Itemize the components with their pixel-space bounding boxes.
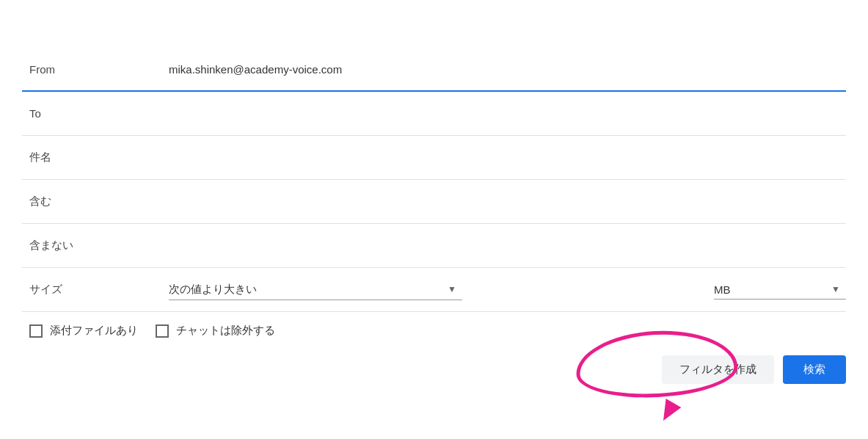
not-contains-row: 含まない (22, 224, 846, 268)
annotation-tail (656, 399, 682, 425)
to-label: To (22, 107, 169, 120)
from-input[interactable] (169, 60, 846, 79)
contains-label: 含む (22, 195, 169, 208)
from-row: From (22, 48, 846, 92)
size-comparison-dropdown[interactable]: 次の値より大きい ▼ (169, 280, 462, 300)
size-row: サイズ 次の値より大きい ▼ MB ▼ (22, 268, 846, 312)
search-filter-form: From To 件名 含む 含まない サイズ 次の値より大きい ▼ MB ▼ (0, 33, 868, 406)
chat-checkbox-item[interactable]: チャットは除外する (156, 324, 275, 338)
subject-input[interactable] (169, 148, 846, 167)
checkbox-row: 添付ファイルあり チャットは除外する (22, 312, 846, 344)
attachment-checkbox-item[interactable]: 添付ファイルあり (29, 324, 138, 338)
size-unit-arrow-icon: ▼ (831, 284, 840, 294)
to-input[interactable] (169, 104, 846, 123)
search-button[interactable]: 検索 (783, 355, 846, 384)
create-filter-button[interactable]: フィルタを作成 (662, 355, 774, 384)
contains-row: 含む (22, 180, 846, 224)
attachment-label: 添付ファイルあり (50, 324, 138, 338)
subject-row: 件名 (22, 136, 846, 180)
contains-input[interactable] (169, 192, 846, 211)
size-controls: 次の値より大きい ▼ MB ▼ (169, 280, 846, 300)
not-contains-input[interactable] (169, 236, 846, 255)
not-contains-label: 含まない (22, 239, 169, 253)
size-unit-dropdown[interactable]: MB ▼ (714, 280, 846, 300)
to-row: To (22, 92, 846, 136)
size-label: サイズ (22, 283, 169, 297)
attachment-checkbox[interactable] (29, 324, 43, 338)
chat-checkbox[interactable] (156, 324, 169, 338)
from-label: From (22, 63, 169, 76)
size-comparison-value: 次の値より大きい (169, 283, 443, 297)
chat-label: チャットは除外する (176, 324, 275, 338)
button-row: フィルタを作成 検索 (22, 344, 846, 384)
size-unit-value: MB (714, 283, 827, 296)
size-comparison-arrow-icon: ▼ (448, 284, 456, 294)
subject-label: 件名 (22, 150, 169, 164)
